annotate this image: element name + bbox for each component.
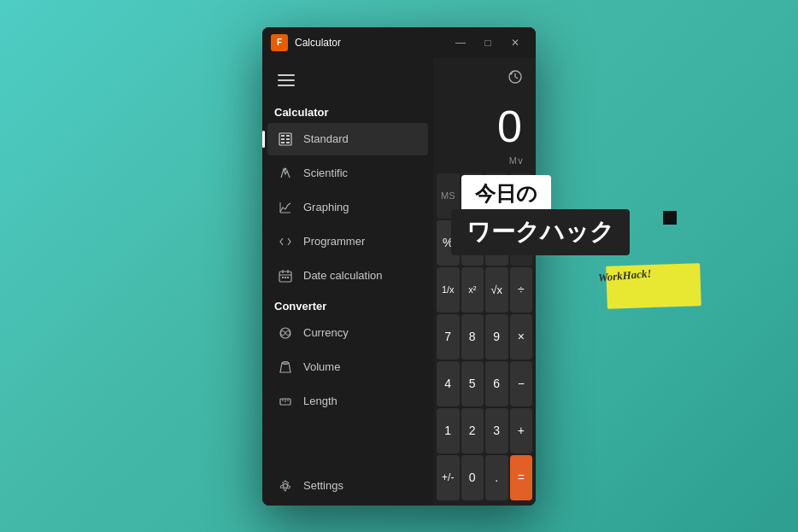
menu-item-programmer[interactable]: Programmer [267,225,428,258]
btn-decimal[interactable]: . [485,455,508,500]
btn-6[interactable]: 6 [485,361,508,406]
btn-divide[interactable]: ÷ [510,267,533,313]
btn-row-6: 1 2 3 + [437,408,532,453]
scientific-label: Scientific [303,167,348,179]
svg-rect-4 [286,138,290,140]
settings-icon [276,476,295,495]
calculator-window: F Calculator — □ ✕ Calculator [262,27,536,506]
btn-1[interactable]: 1 [437,408,460,453]
graphing-icon [276,198,295,217]
btn-mminus[interactable]: M- [485,173,508,219]
btn-row-3: 1/x x² √x ÷ [437,267,532,313]
minimize-button[interactable]: — [449,31,472,55]
btn-7[interactable]: 7 [437,314,460,360]
black-square-decoration [663,211,677,225]
btn-percent[interactable]: % [437,220,460,266]
svg-rect-16 [287,277,289,278]
converter-section-label: Converter [262,293,433,316]
programmer-label: Programmer [303,235,365,248]
menu-header [262,58,433,99]
window-controls: — □ ✕ [449,31,527,55]
btn-row-4: 7 8 9 × [437,314,532,360]
close-button[interactable]: ✕ [503,31,527,55]
scientific-icon [276,164,295,183]
calc-top-bar [433,58,536,96]
programmer-icon [276,232,295,251]
app-icon: F [271,34,288,51]
currency-label: Currency [303,326,349,339]
btn-3[interactable]: 3 [485,408,508,453]
standard-icon [276,130,295,149]
history-button[interactable] [502,63,529,91]
svg-rect-1 [281,135,285,137]
svg-rect-5 [281,142,285,143]
date-label: Date calculation [303,269,383,282]
btn-row-memory: MS M+ M- MR [437,173,532,219]
btn-c[interactable]: C [485,220,508,266]
memory-dropdown[interactable]: M∨ [506,154,527,168]
display-number: 0 [447,104,522,149]
btn-add[interactable]: + [510,408,533,453]
btn-subtract[interactable]: − [510,361,533,406]
btn-equals[interactable]: = [510,455,533,500]
btn-mr[interactable]: MR [510,173,533,219]
btn-negate[interactable]: +/- [437,455,460,500]
graphing-label: Graphing [303,201,349,213]
settings-label: Settings [303,479,343,492]
btn-0[interactable]: 0 [461,455,484,500]
standard-label: Standard [303,132,349,145]
length-icon [276,392,295,411]
menu-item-standard[interactable]: Standard [267,123,428,155]
workhack-logo: WorkHack! [590,265,709,316]
btn-sqrt[interactable]: √x [485,267,508,313]
svg-rect-6 [286,142,290,143]
menu-panel: Calculator Standard [262,27,433,506]
titlebar: F Calculator — □ ✕ [262,27,536,58]
btn-reciprocal[interactable]: 1/x [437,267,460,313]
length-label: Length [303,395,337,407]
menu-item-length[interactable]: Length [267,385,428,418]
btn-2[interactable]: 2 [461,408,484,453]
btn-square[interactable]: x² [461,267,484,313]
memory-row: M∨ [433,152,536,170]
yellow-sticky [606,263,701,309]
window-title: Calculator [295,37,449,49]
currency-icon [276,324,295,342]
volume-icon [276,358,295,377]
svg-rect-15 [285,277,286,278]
svg-rect-14 [282,277,284,278]
display-area: 0 [433,96,536,152]
settings-item[interactable]: Settings [267,468,428,504]
menu-item-scientific[interactable]: Scientific [267,157,428,190]
btn-ms[interactable]: MS [437,173,460,219]
date-icon [276,266,295,285]
buttons-area: MS M+ M- MR % CE C 1/x [433,170,536,506]
menu-item-currency[interactable]: Currency [267,317,428,349]
btn-8[interactable]: 8 [461,314,484,360]
btn-mplus[interactable]: M+ [461,173,484,219]
volume-label: Volume [303,360,340,373]
btn-row-5: 4 5 6 − [437,361,532,406]
menu-item-volume[interactable]: Volume [267,351,428,383]
hamburger-button[interactable] [273,67,300,94]
btn-9[interactable]: 9 [485,314,508,360]
btn-row-7: +/- 0 . = [437,455,532,500]
svg-rect-2 [286,135,290,137]
menu-item-date[interactable]: Date calculation [267,260,428,292]
menu-item-graphing[interactable]: Graphing [267,191,428,224]
calculator-section-label: Calculator [262,99,433,122]
svg-point-25 [284,483,288,488]
logo-text: WorkHack! [597,266,652,284]
svg-point-19 [286,330,290,335]
calc-panel: 0 M∨ MS M+ M- MR % CE C [433,27,536,506]
svg-point-7 [285,167,287,170]
svg-point-18 [281,330,285,335]
btn-5[interactable]: 5 [461,361,484,406]
svg-rect-3 [281,138,285,140]
btn-multiply[interactable]: × [510,314,533,360]
btn-backspace[interactable] [510,220,533,266]
btn-row-2: % CE C [437,220,532,266]
btn-ce[interactable]: CE [461,220,484,266]
maximize-button[interactable]: □ [476,31,500,55]
btn-4[interactable]: 4 [437,361,460,406]
